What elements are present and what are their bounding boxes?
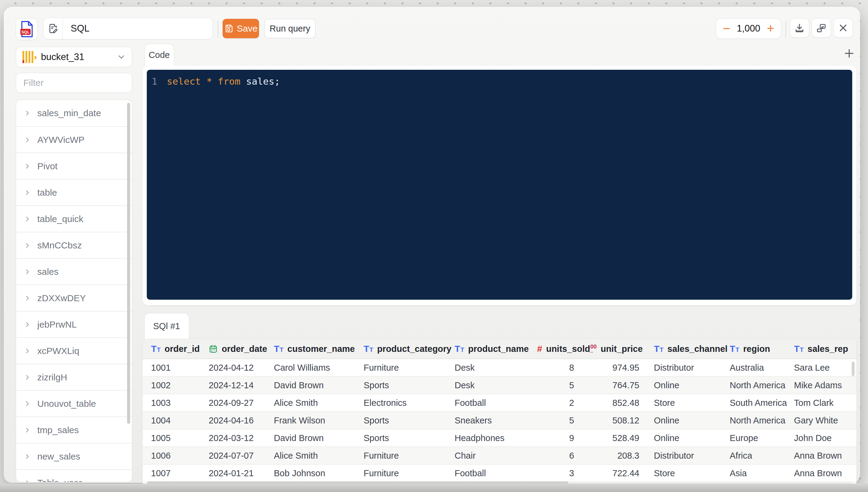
clickhouse-logo-icon [22,50,35,64]
table-item-zDXXwDEY[interactable]: zDXXwDEY [16,285,132,311]
cell-units_sold: 5 [537,416,589,425]
table-item-table_quick[interactable]: table_quick [16,205,132,232]
cell-product_name: Sneakers [455,416,537,425]
type-date-icon [209,344,218,353]
row-limit-value[interactable]: 1,000 [737,23,760,34]
chevron-right-icon [24,295,31,301]
table-item-label: AYWVicWP [37,135,84,145]
cell-unit_price: 528.49 [589,433,654,443]
table-item-label: zizrilgH [37,372,67,383]
column-header-units_sold[interactable]: #units_sold [537,344,589,354]
run-query-button[interactable]: Run query [265,19,316,38]
table-item-new_sales[interactable]: new_sales [16,443,132,469]
collapse-window-button[interactable] [812,18,831,38]
cell-customer_name: Frank Wilson [274,416,364,425]
table-item-label: sales [37,267,58,277]
editor-container: 1 select * from sales; [143,66,857,305]
cell-units_sold: 3 [537,468,589,478]
cell-units_sold: 2 [537,398,589,408]
chevron-right-icon [24,453,31,460]
table-item-sMnCCbsz[interactable]: sMnCCbsz [16,232,132,258]
cell-order_id: 1005 [151,433,209,443]
line-number: 1 [147,75,167,88]
cell-unit_price: 974.95 [589,363,654,373]
query-name-field [43,18,213,40]
chevron-right-icon [24,348,31,354]
cell-customer_name: Alice Smith [274,398,364,408]
chevron-down-icon [117,52,126,62]
table-item-xcPWXLiq[interactable]: xcPWXLiq [16,337,132,364]
cell-order_date: 2024-01-21 [209,468,274,478]
cell-unit_price: 764.75 [589,380,654,390]
chevron-right-icon [24,163,31,170]
cell-customer_name: David Brown [274,433,364,443]
query-name-input[interactable] [63,18,213,39]
cell-customer_name: Carol Williams [274,363,364,373]
increase-row-limit-button[interactable]: + [767,22,774,35]
column-header-order_id[interactable]: TTorder_id [151,344,209,354]
cell-product_name: Football [455,398,537,408]
filter-field [16,73,132,93]
cell-customer_name: Bob Johnson [274,468,364,478]
cell-unit_price: 208.3 [589,451,654,461]
rename-query-button[interactable] [43,18,63,39]
table-item-sales[interactable]: sales [16,258,132,285]
tables-panel: sales_min_dateAYWVicWPPivottabletable_qu… [16,99,132,482]
cell-units_sold: 5 [537,380,589,390]
type-text-icon: TT [274,344,283,353]
vertical-scrollbar-thumb[interactable] [852,362,855,376]
save-icon [224,24,233,33]
tables-scrollbar[interactable] [127,103,130,424]
document-edit-icon [48,23,58,34]
table-item-tmp_sales[interactable]: tmp_sales [16,416,132,443]
column-header-product_category[interactable]: TTproduct_category [364,344,455,354]
table-item-label: sales_min_date [37,108,101,118]
tab-result[interactable]: SQl #1 [144,313,189,339]
decrease-row-limit-button[interactable]: − [723,22,730,35]
cell-product_name: Football [455,468,537,478]
tab-code[interactable]: Code [144,44,174,66]
table-item-label: tmp_sales [37,425,79,435]
table-item-label: Unouvot_table [37,399,96,409]
filter-input[interactable] [16,78,132,88]
table-item-sales_min_date[interactable]: sales_min_date [16,100,132,126]
column-header-label: region [743,344,770,354]
sql-file-button[interactable]: SQL [16,18,38,40]
column-header-unit_price[interactable]: .00→unit_price [589,344,654,354]
column-header-product_name[interactable]: TTproduct_name [455,344,537,354]
cell-customer_name: David Brown [274,380,364,390]
type-text-icon: TT [364,344,373,353]
bucket-selector[interactable]: bucket_31 [16,47,132,67]
sql-editor-modal: SQL Save Run query − 1,000 + [4,7,860,483]
toolbar-divider [218,21,218,38]
cell-unit_price: 508.12 [589,416,654,425]
save-label: Save [237,23,257,34]
download-results-button[interactable] [790,18,809,38]
column-header-sales_channel[interactable]: TTsales_channel [654,344,730,354]
cell-product_name: Desk [455,363,537,373]
cell-sales_channel: Distributor [654,363,730,373]
column-header-region[interactable]: TTregion [730,344,794,354]
table-item-Unouvot_table[interactable]: Unouvot_table [16,390,132,416]
cell-sales_rep: Anna Brown [794,451,857,461]
table-item-label: Table_user [37,478,82,483]
table-item-table[interactable]: table [16,179,132,205]
cell-sales_rep: John Doe [794,433,857,443]
column-header-customer_name[interactable]: TTcustomer_name [274,344,364,354]
table-item-Pivot[interactable]: Pivot [16,153,132,179]
code-editor[interactable]: 1 select * from sales; [147,70,852,300]
table-item-Table_user[interactable]: Table_user [16,469,132,482]
table-item-jebPrwNL[interactable]: jebPrwNL [16,311,132,337]
type-text-icon: TT [455,344,464,353]
type-text-icon: TT [151,344,161,353]
column-header-sales_rep[interactable]: TTsales_rep [794,344,857,354]
chevron-right-icon [24,242,31,249]
add-tab-button[interactable] [843,47,856,60]
table-item-AYWVicWP[interactable]: AYWVicWP [16,126,132,153]
table-item-zizrilgH[interactable]: zizrilgH [16,364,132,390]
close-button[interactable] [834,18,853,38]
column-header-order_date[interactable]: order_date [209,344,274,354]
table-row: 10072024-01-21Bob JohnsonFurnitureFootba… [143,465,857,482]
save-button[interactable]: Save [223,19,259,38]
table-item-label: zDXXwDEY [37,293,86,303]
